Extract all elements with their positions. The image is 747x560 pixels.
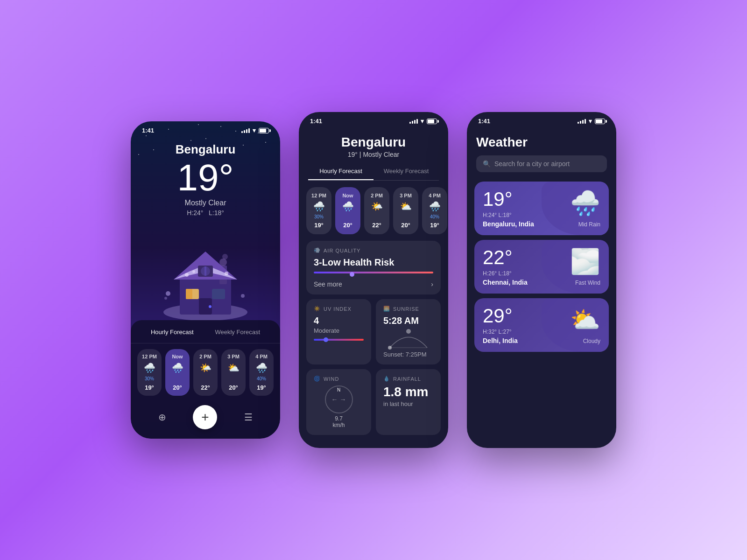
- delhi-hl: H:32° L:27°: [483, 329, 518, 335]
- bengaluru-card-left: 19° H:24° L:18° Bengaluru, India: [483, 189, 534, 228]
- phone2-status-icons: ▾: [409, 118, 437, 125]
- air-quality-title: 💨 AIR QUALITY: [314, 247, 433, 253]
- phone2-hourly-tab[interactable]: Hourly Forecast: [308, 163, 374, 180]
- uv-value: 4: [314, 315, 364, 326]
- sunrise-arc: [388, 329, 430, 350]
- rainfall-value: 1.8 mm: [383, 385, 433, 399]
- search-icon: 🔍: [483, 160, 491, 168]
- menu-icon[interactable]: ☰: [244, 412, 253, 423]
- delhi-card[interactable]: 29° H:32° L:27° Delhi, India ⛅ Cloudy: [474, 298, 609, 352]
- p2-hour-card-4pm[interactable]: 4 PM 🌧️ 40% 19°: [422, 187, 447, 234]
- phone3-wifi-icon: ▾: [589, 118, 592, 125]
- svg-rect-3: [186, 289, 192, 299]
- chennai-card-left: 22° H:26° L:18° Chennai, India: [483, 248, 528, 286]
- svg-point-6: [209, 305, 211, 308]
- chennai-temp: 22°: [483, 248, 528, 267]
- delhi-card-right: ⛅ Cloudy: [570, 306, 600, 344]
- wind-widget: 🌀 WIND N ← → 9.7 km/h: [306, 369, 371, 435]
- search-placeholder: Search for a city or airport: [494, 160, 570, 168]
- phone2-city-name: Bengaluru: [308, 135, 439, 150]
- phone2-widgets: 💨 AIR QUALITY 3-Low Health Risk See more…: [299, 241, 448, 435]
- phone3-header: Weather 🔍 Search for a city or airport: [467, 128, 616, 177]
- chennai-name: Chennai, India: [483, 279, 528, 286]
- wind-speed: 9.7 km/h: [314, 415, 364, 428]
- phone2-weekly-tab[interactable]: Weekly Forecast: [374, 163, 439, 180]
- svg-point-22: [388, 346, 392, 350]
- svg-point-17: [185, 273, 189, 277]
- phone1-forecast-tabs[interactable]: Hourly Forecast Weekly Forecast: [131, 327, 280, 343]
- phone1-weekly-tab[interactable]: Weekly Forecast: [211, 327, 264, 337]
- phone1-hourly-tab[interactable]: Hourly Forecast: [147, 327, 197, 337]
- p2-hour-card-now[interactable]: Now 🌧️ 20°: [335, 187, 360, 234]
- phone-2: 1:41 ▾ Bengaluru 19° | Mostly Clear Hour…: [299, 112, 448, 448]
- hour-card-4pm[interactable]: 4 PM 🌧️ 40% 19°: [249, 349, 274, 396]
- rainfall-title: 💧 RAINFALL: [383, 376, 433, 382]
- chennai-card-right: 🌫️ Fast Wind: [570, 247, 600, 286]
- search-bar[interactable]: 🔍 Search for a city or airport: [476, 155, 607, 172]
- sunset-label: Sunset: 7:25PM: [383, 351, 433, 358]
- wind-compass: N ← →: [325, 385, 353, 413]
- svg-point-18: [192, 270, 195, 273]
- see-more-button[interactable]: See more ›: [314, 280, 433, 288]
- hour-card-2pm[interactable]: 2 PM 🌤️ 22°: [193, 349, 218, 396]
- phone2-status-bar: 1:41 ▾: [299, 112, 448, 128]
- wind-rainfall-row: 🌀 WIND N ← → 9.7 km/h: [306, 369, 441, 435]
- air-quality-widget: 💨 AIR QUALITY 3-Low Health Risk See more…: [306, 241, 441, 294]
- delhi-condition: Cloudy: [583, 338, 600, 344]
- hour-card-now[interactable]: Now 🌧️ 20°: [165, 349, 190, 396]
- stars-background: [131, 121, 280, 215]
- phone3-title: Weather: [476, 135, 607, 150]
- svg-point-19: [225, 272, 228, 275]
- sunrise-widget: 🌅 SUNRISE 5:28 AM Sunset: 7:25PM: [376, 299, 441, 364]
- phone1-bottom-nav: ⊕ + ☰: [131, 399, 280, 429]
- bengaluru-temp: 19°: [483, 189, 534, 209]
- city-weather-list: 19° H:24° L:18° Bengaluru, India 🌧️ Mid …: [467, 177, 616, 357]
- phone2-hourly-scroll: 12 PM 🌧️ 30% 19° Now 🌧️ 20° 2 PM 🌤️ 22° …: [299, 181, 448, 241]
- delhi-weather-icon: ⛅: [570, 306, 600, 334]
- phone3-status-icons: ▾: [578, 118, 605, 125]
- wind-title: 🌀 WIND: [314, 376, 364, 382]
- delhi-card-left: 29° H:32° L:27° Delhi, India: [483, 306, 518, 344]
- svg-point-15: [241, 294, 245, 298]
- phone2-signal-icon: [409, 119, 418, 124]
- svg-point-20: [406, 329, 411, 334]
- phone-3: 1:41 ▾ Weather 🔍 Search for a city or ai…: [467, 112, 616, 448]
- phone-1: 1:41 ▾ Bengaluru 19° Mostly Clear H:24: [131, 121, 280, 439]
- svg-rect-4: [212, 289, 225, 299]
- bengaluru-hl: H:24° L:18°: [483, 212, 534, 218]
- svg-point-14: [166, 291, 170, 296]
- sunrise-title: 🌅 SUNRISE: [383, 306, 433, 312]
- battery-icon: [259, 128, 269, 133]
- svg-point-9: [222, 254, 228, 259]
- phone3-time: 1:41: [478, 118, 490, 125]
- compass-n-label: N: [337, 387, 340, 392]
- phone2-tabs[interactable]: Hourly Forecast Weekly Forecast: [308, 163, 439, 181]
- hour-card-3pm[interactable]: 3 PM ⛅ 20°: [221, 349, 246, 396]
- chennai-card[interactable]: 22° H:26° L:18° Chennai, India 🌫️ Fast W…: [474, 240, 609, 294]
- phone2-city-header: Bengaluru 19° | Mostly Clear: [299, 128, 448, 163]
- air-quality-dot: [350, 272, 354, 277]
- chennai-weather-icon: 🌫️: [570, 247, 600, 276]
- p2-hour-card-3pm[interactable]: 3 PM ⛅ 20°: [393, 187, 418, 234]
- phone2-wifi-icon: ▾: [421, 118, 424, 125]
- bengaluru-card[interactable]: 19° H:24° L:18° Bengaluru, India 🌧️ Mid …: [474, 182, 609, 235]
- p2-hour-card-2pm[interactable]: 2 PM 🌤️ 22°: [364, 187, 389, 234]
- uv-index-title: ☀️ UV INDEX: [314, 306, 364, 312]
- uv-index-widget: ☀️ UV INDEX 4 Moderate: [306, 299, 371, 364]
- rainfall-widget: 💧 RAINFALL 1.8 mm in last hour: [376, 369, 441, 435]
- add-location-button[interactable]: +: [193, 405, 217, 429]
- air-quality-value: 3-Low Health Risk: [314, 257, 433, 268]
- delhi-name: Delhi, India: [483, 337, 518, 344]
- phone1-hourly-scroll: 12 PM 🌧️ 30% 19° Now 🌧️ 20° 2 PM 🌤️ 22°: [131, 343, 280, 399]
- hour-card-1[interactable]: 12 PM 🌧️ 30% 19°: [137, 349, 162, 396]
- air-quality-bar: [314, 272, 433, 273]
- uv-sub: Moderate: [314, 327, 364, 334]
- bengaluru-weather-icon: 🌧️: [570, 189, 600, 217]
- bengaluru-card-right: 🌧️ Mid Rain: [570, 189, 600, 228]
- bengaluru-name: Bengaluru, India: [483, 220, 534, 228]
- phone3-signal-icon: [578, 119, 586, 124]
- phone3-status-bar: 1:41 ▾: [467, 112, 616, 128]
- house-illustration: [131, 221, 280, 324]
- p2-hour-card-12pm[interactable]: 12 PM 🌧️ 30% 19°: [306, 187, 331, 234]
- location-icon[interactable]: ⊕: [158, 412, 166, 423]
